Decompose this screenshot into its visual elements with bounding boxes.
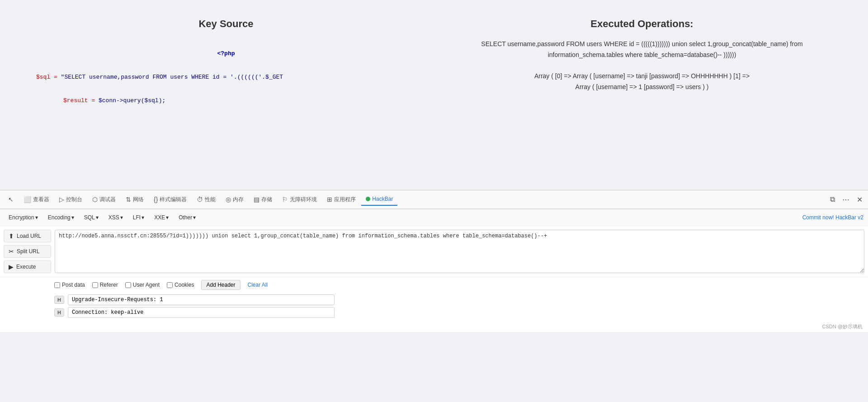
- user-agent-checkbox-label[interactable]: User Agent: [125, 282, 160, 288]
- cookies-checkbox[interactable]: [167, 282, 173, 288]
- header-rows: H H: [0, 293, 868, 322]
- header-badge-2: H: [54, 308, 64, 317]
- memory-icon: ◎: [226, 196, 231, 203]
- cookies-label: Cookies: [175, 282, 194, 288]
- accessibility-label: 无障碍环境: [290, 196, 317, 203]
- devtools-tab-network[interactable]: ⇅ 网络: [121, 193, 148, 206]
- perf-label: 性能: [205, 196, 216, 203]
- hackbar-toolbar: Encryption ▾ Encoding ▾ SQL ▾ XSS ▾ LFI …: [0, 209, 868, 226]
- devtools-tab-hackbar[interactable]: HackBar: [361, 193, 397, 206]
- sql-button[interactable]: SQL ▾: [80, 212, 103, 223]
- style-icon: {}: [154, 196, 158, 203]
- other-label: Other: [179, 214, 192, 221]
- close-devtools-button[interactable]: ✕: [855, 194, 864, 206]
- header-row-2: H: [54, 307, 335, 318]
- debugger-label: 调试器: [99, 196, 116, 203]
- execute-label: Execute: [16, 264, 36, 270]
- style-label: 样式编辑器: [160, 196, 187, 203]
- devtools-tab-storage[interactable]: ▤ 存储: [249, 193, 277, 206]
- encoding-arrow-icon: ▾: [71, 214, 74, 221]
- devtools-tab-memory[interactable]: ◎ 内存: [221, 193, 248, 206]
- debugger-icon: ⬡: [92, 196, 98, 203]
- commit-now-text: Commit now! HackBar v2: [802, 214, 863, 221]
- executed-ops-title: Executed Operations:: [443, 18, 841, 30]
- load-url-button[interactable]: ⬆ Load URL: [4, 230, 51, 242]
- user-agent-label: User Agent: [133, 282, 160, 288]
- execute-button[interactable]: ▶ Execute: [4, 260, 51, 273]
- code-line-3: $sql = "SELECT username,password FROM us…: [36, 71, 416, 83]
- executed-line-1: SELECT username,password FROM users WHER…: [443, 39, 841, 61]
- clear-all-button[interactable]: Clear All: [248, 282, 268, 288]
- split-url-label: Split URL: [17, 248, 40, 255]
- devtools-tab-pointer[interactable]: ↖: [4, 193, 18, 206]
- other-arrow-icon: ▾: [193, 214, 196, 221]
- load-url-icon: ⬆: [9, 232, 14, 240]
- devtools-tab-app[interactable]: ⊞ 应用程序: [322, 193, 360, 206]
- code-line-5: $result = $conn->query($sql);: [36, 95, 416, 107]
- inspector-icon: ⬜: [24, 196, 31, 203]
- encoding-label: Encoding: [48, 214, 71, 221]
- header-value-input-2[interactable]: [68, 307, 335, 318]
- dock-button[interactable]: ⧉: [828, 194, 837, 205]
- url-input[interactable]: [55, 230, 864, 273]
- hackbar-options: Post data Referer User Agent Cookies Add…: [0, 277, 868, 293]
- devtools-tab-inspector[interactable]: ⬜ 查看器: [19, 193, 54, 206]
- app-icon: ⊞: [327, 196, 332, 203]
- xxe-button[interactable]: XXE ▾: [150, 212, 173, 223]
- split-url-button[interactable]: ✂ Split URL: [4, 245, 51, 258]
- devtools-actions: ⧉ ⋯ ✕: [828, 194, 864, 206]
- devtools-tab-accessibility[interactable]: ⚐ 无障碍环境: [278, 193, 321, 206]
- encryption-label: Encryption: [9, 214, 34, 221]
- user-agent-checkbox[interactable]: [125, 282, 131, 288]
- hackbar-main: ⬆ Load URL ✂ Split URL ▶ Execute: [0, 226, 868, 277]
- console-label: 控制台: [66, 196, 82, 203]
- referer-label: Referer: [100, 282, 118, 288]
- devtools-tab-perf[interactable]: ⏱ 性能: [192, 193, 220, 206]
- xss-label: XSS: [108, 214, 119, 221]
- load-url-label: Load URL: [17, 233, 41, 239]
- key-source-panel: Key Source <?php $sql = "SELECT username…: [27, 18, 425, 172]
- post-data-checkbox-label[interactable]: Post data: [54, 282, 85, 288]
- network-label: 网络: [133, 196, 144, 203]
- memory-label: 内存: [233, 196, 244, 203]
- hackbar-label: HackBar: [372, 196, 393, 202]
- more-button[interactable]: ⋯: [840, 194, 851, 206]
- watermark-text: CSDN @妙尽璃机: [822, 324, 863, 329]
- sql-arrow-icon: ▾: [96, 214, 99, 221]
- header-value-input-1[interactable]: [68, 294, 335, 305]
- code-line-4: [36, 83, 416, 95]
- executed-line-2: Array ( [0] => Array ( [username] => tan…: [443, 71, 841, 93]
- devtools-tab-console[interactable]: ▷ 控制台: [55, 193, 87, 206]
- add-header-button[interactable]: Add Header: [201, 280, 240, 290]
- encoding-button[interactable]: Encoding ▾: [44, 212, 78, 223]
- devtools-tab-style[interactable]: {} 样式编辑器: [149, 193, 191, 206]
- encryption-button[interactable]: Encryption ▾: [5, 212, 42, 223]
- other-button[interactable]: Other ▾: [175, 212, 200, 223]
- xxe-arrow-icon: ▾: [166, 214, 169, 221]
- hackbar-panel: Encryption ▾ Encoding ▾ SQL ▾ XSS ▾ LFI …: [0, 209, 868, 332]
- encryption-arrow-icon: ▾: [35, 214, 38, 221]
- network-icon: ⇅: [126, 196, 131, 203]
- main-content: Key Source <?php $sql = "SELECT username…: [0, 0, 868, 190]
- watermark: CSDN @妙尽璃机: [0, 322, 868, 332]
- add-header-label: Add Header: [206, 282, 235, 288]
- lfi-arrow-icon: ▾: [142, 214, 144, 221]
- xxe-label: XXE: [154, 214, 165, 221]
- header-row-1: H: [54, 294, 335, 305]
- devtools-tab-debugger[interactable]: ⬡ 调试器: [88, 193, 120, 206]
- header-badge-1: H: [54, 296, 64, 304]
- executed-text: SELECT username,password FROM users WHER…: [443, 39, 841, 93]
- devtools-bar: ↖ ⬜ 查看器 ▷ 控制台 ⬡ 调试器 ⇅ 网络 {} 样式编辑器 ⏱ 性能 ◎…: [0, 190, 868, 209]
- execute-icon: ▶: [9, 263, 14, 270]
- post-data-checkbox[interactable]: [54, 282, 60, 288]
- hackbar-left-buttons: ⬆ Load URL ✂ Split URL ▶ Execute: [4, 230, 51, 273]
- referer-checkbox-label[interactable]: Referer: [92, 282, 118, 288]
- lfi-button[interactable]: LFI ▾: [129, 212, 148, 223]
- referer-checkbox[interactable]: [92, 282, 98, 288]
- sql-label: SQL: [84, 214, 95, 221]
- pointer-icon: ↖: [8, 196, 14, 203]
- xss-button[interactable]: XSS ▾: [104, 212, 127, 223]
- post-data-label: Post data: [62, 282, 85, 288]
- key-source-title: Key Source: [27, 18, 425, 30]
- cookies-checkbox-label[interactable]: Cookies: [167, 282, 194, 288]
